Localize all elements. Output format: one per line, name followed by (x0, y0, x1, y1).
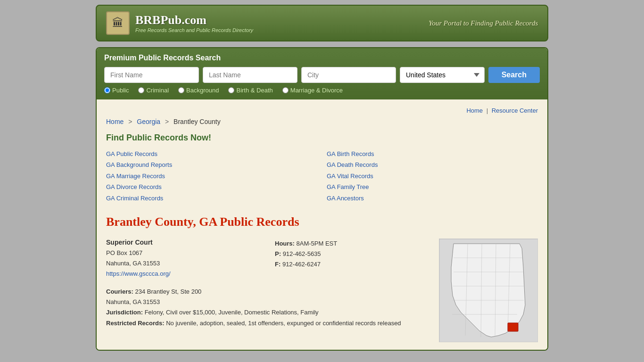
breadcrumb-home[interactable]: Home (106, 118, 124, 125)
hours-value: 8AM-5PM EST (297, 240, 338, 247)
info-section: Superior Court PO Box 1067 Nahunta, GA 3… (106, 239, 538, 342)
georgia-map-svg (439, 239, 538, 342)
couriers-label: Couriers: (106, 288, 133, 295)
radio-marriage-divorce[interactable]: Marriage & Divorce (282, 87, 343, 94)
breadcrumb: Home > Georgia > Brantley County (106, 118, 538, 125)
link-vital-records[interactable]: GA Vital Records (327, 173, 373, 180)
records-col2: GA Birth Records GA Death Records GA Vit… (327, 148, 538, 204)
home-nav-link[interactable]: Home (466, 107, 483, 114)
link-ancestors[interactable]: GA Ancestors (327, 195, 364, 202)
hours-label: Hours: (275, 240, 295, 247)
phone-row: P: 912-462-5635 (275, 249, 429, 259)
radio-criminal[interactable]: Criminal (138, 87, 169, 94)
site-title: BRBPub.com (135, 13, 253, 27)
court-info-col: Superior Court PO Box 1067 Nahunta, GA 3… (106, 239, 261, 279)
breadcrumb-sep1: > (128, 118, 132, 125)
logo-area: 🏛 BRBPub.com Free Records Search and Pub… (106, 11, 253, 35)
radio-birth-death[interactable]: Birth & Death (228, 87, 272, 94)
couriers-line2: Nahunta, GA 31553 (106, 297, 429, 307)
last-name-input[interactable] (203, 67, 297, 83)
breadcrumb-sep2: > (165, 118, 169, 125)
info-grid: Superior Court PO Box 1067 Nahunta, GA 3… (106, 239, 429, 279)
city-input[interactable] (301, 67, 396, 83)
hours-col: Hours: 8AM-5PM EST P: 912-462-5635 F: 91… (275, 239, 429, 270)
court-website-link[interactable]: https://www.gsccca.org/ (106, 270, 171, 277)
search-panel-title: Premium Public Records Search (104, 54, 540, 62)
couriers-value: 234 Brantley St, Ste 200 (135, 288, 201, 295)
search-button[interactable]: Search (488, 67, 540, 83)
first-name-input[interactable] (104, 67, 199, 83)
fax-row: F: 912-462-6247 (275, 259, 429, 270)
records-col1: GA Public Records GA Background Reports … (106, 148, 317, 204)
jurisdiction-label: Jurisdiction: (106, 309, 143, 316)
resource-center-link[interactable]: Resource Center (492, 107, 538, 114)
address-line2: Nahunta, GA 31553 (106, 258, 261, 269)
radio-background[interactable]: Background (178, 87, 219, 94)
info-left: Superior Court PO Box 1067 Nahunta, GA 3… (106, 239, 429, 342)
radio-options: Public Criminal Background Birth & Death… (104, 87, 540, 94)
search-panel: Premium Public Records Search United Sta… (97, 48, 547, 99)
link-death-records[interactable]: GA Death Records (327, 161, 378, 168)
phone-value: 912-462-5635 (283, 250, 321, 257)
site-subtitle: Free Records Search and Public Records D… (135, 27, 253, 33)
main-box: Premium Public Records Search United Sta… (96, 47, 548, 351)
header-tagline: Your Portal to Finding Public Records (429, 19, 538, 27)
logo-icon: 🏛 (106, 11, 130, 35)
address-line1: PO Box 1067 (106, 248, 261, 258)
fax-value: 912-462-6247 (282, 261, 321, 268)
find-records-title: Find Public Records Now! (106, 133, 538, 143)
couriers-row: Couriers: 234 Brantley St, Ste 200 (106, 287, 429, 297)
restricted-value: No juvenile, adoption, sealed, 1st offen… (166, 320, 401, 327)
site-header: 🏛 BRBPub.com Free Records Search and Pub… (96, 5, 548, 41)
svg-rect-10 (508, 323, 518, 331)
restricted-row: Restricted Records: No juvenile, adoptio… (106, 318, 429, 329)
search-fields: United States Alabama Alaska Georgia Sea… (104, 67, 540, 83)
county-title: Brantley County, GA Public Records (106, 215, 538, 229)
restricted-label: Restricted Records: (106, 320, 165, 327)
georgia-map (439, 239, 538, 342)
phone-label: P: (275, 250, 281, 257)
content-area: Home | Resource Center Home > Georgia > … (97, 99, 547, 350)
link-family-tree[interactable]: GA Family Tree (327, 183, 369, 190)
hours-row: Hours: 8AM-5PM EST (275, 239, 429, 249)
jurisdiction-row: Jurisdiction: Felony, Civil over $15,000… (106, 307, 429, 318)
breadcrumb-county: Brantley County (173, 118, 221, 125)
link-criminal-records[interactable]: GA Criminal Records (106, 195, 163, 202)
top-nav: Home | Resource Center (106, 107, 538, 114)
state-select[interactable]: United States Alabama Alaska Georgia (400, 67, 485, 83)
link-background-reports[interactable]: GA Background Reports (106, 161, 172, 168)
link-divorce-records[interactable]: GA Divorce Records (106, 183, 162, 190)
breadcrumb-state[interactable]: Georgia (137, 118, 160, 125)
records-links: GA Public Records GA Background Reports … (106, 148, 538, 204)
nav-separator: | (487, 107, 488, 114)
fax-label: F: (275, 261, 281, 268)
radio-public[interactable]: Public (104, 87, 129, 94)
link-marriage-records[interactable]: GA Marriage Records (106, 173, 165, 180)
logo-text: BRBPub.com Free Records Search and Publi… (135, 13, 253, 33)
court-name: Superior Court (106, 239, 261, 246)
link-public-records[interactable]: GA Public Records (106, 150, 157, 157)
link-birth-records[interactable]: GA Birth Records (327, 150, 374, 157)
jurisdiction-value: Felony, Civil over $15,000, Juvenile, Do… (145, 309, 319, 316)
